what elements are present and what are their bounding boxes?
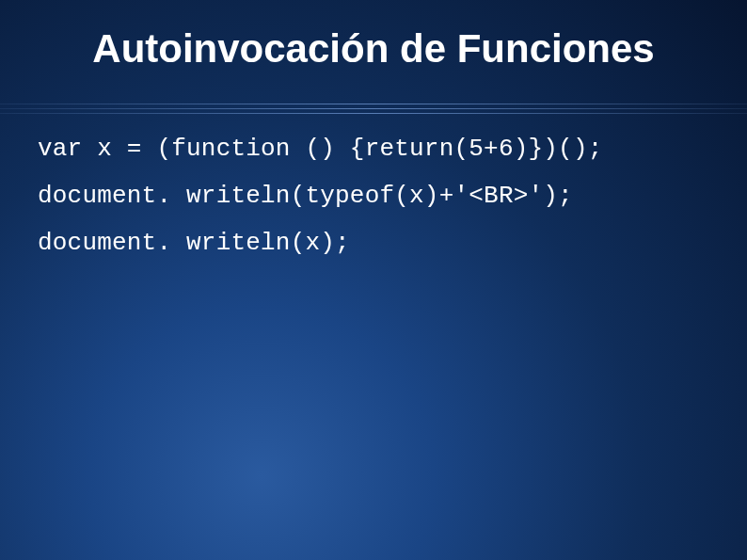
code-line-3: document. writeln(x);: [38, 229, 709, 257]
divider-group: [0, 104, 747, 114]
code-line-1: var x = (function () {return(5+6)})();: [38, 135, 709, 163]
divider-line: [0, 104, 747, 104]
divider-line: [0, 108, 747, 109]
slide-title: Autoinvocación de Funciones: [0, 0, 747, 98]
code-block: var x = (function () {return(5+6)})(); d…: [0, 118, 747, 257]
slide: Autoinvocación de Funciones var x = (fun…: [0, 0, 747, 257]
divider-line: [0, 113, 747, 114]
code-line-2: document. writeln(typeof(x)+'<BR>');: [38, 182, 709, 210]
